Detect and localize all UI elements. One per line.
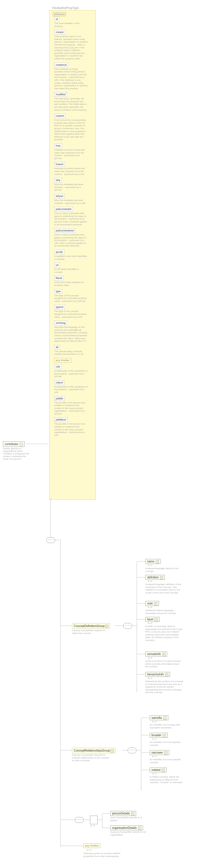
element-personDetails[interactable]: personDetails +	[110, 811, 136, 816]
multiplicity: 0..∞	[152, 738, 157, 740]
attr-desc: A URI which identifies a concept.	[54, 268, 87, 273]
root-element[interactable]: contributor −	[3, 441, 25, 447]
attr-desc: One or many constraints that apply to pu…	[54, 212, 87, 226]
attr-whyuri[interactable]: whyuri	[54, 194, 65, 198]
attr-desc: A free-text value assigned as property v…	[54, 281, 87, 286]
attr-desc: If the property value is not defined, sp…	[54, 35, 87, 60]
concept-relationships-group[interactable]: ConceptRelationshipsGroup+	[72, 748, 116, 753]
elem-desc: Additional natural language information …	[145, 609, 183, 615]
element-narrower[interactable]: narrower +	[150, 750, 169, 755]
choice-connector	[90, 815, 98, 824]
concept-definition-group[interactable]: ConceptDefinitionGroup+	[72, 623, 110, 629]
multiplicity: 0..∞	[91, 825, 95, 827]
element-hierarchyInfo[interactable]: hierarchyInfo +	[145, 672, 170, 677]
sequence-connector	[123, 623, 132, 629]
attr-desc: If set to true the corresponding propert…	[54, 119, 87, 141]
attr-howuri[interactable]: howuri	[54, 162, 65, 166]
elem-desc: A group of properties specific to an org…	[110, 831, 148, 836]
attr-id[interactable]: id	[54, 17, 59, 22]
multiplicity: 0..∞	[148, 622, 152, 624]
attr-roleuri[interactable]: roleuri	[54, 380, 65, 385]
attr-desc: The job title of the person who created …	[54, 423, 87, 436]
multiplicity: 0..∞	[152, 755, 157, 758]
elem-desc: An identifier of a concept with equivale…	[150, 723, 187, 729]
attr-jobtitleuri[interactable]: jobtitleuri	[54, 417, 68, 422]
type-container: idThe local identifier of the property.c…	[49, 10, 96, 500]
attr-desc: A qualified code which identifies a conc…	[54, 255, 87, 260]
element-broader[interactable]: broader +	[150, 733, 168, 738]
elem-desc: A natural language definition of the sem…	[145, 583, 183, 594]
sequence-connector	[128, 747, 136, 753]
crg-desc: A group of properties required to indica…	[72, 753, 110, 762]
cdg-desc: A group of properties required to define…	[72, 629, 110, 634]
multiplicity: 0..∞	[148, 564, 152, 566]
attr-desc: The job title of the person who created …	[54, 401, 87, 415]
attr-desc: If the attribute is empty, specifies whi…	[54, 68, 87, 90]
root-desc: A party (person or organisation) which m…	[3, 447, 32, 460]
attr-desc: The directionality of textual content (e…	[54, 350, 87, 355]
attr-xmllang[interactable]: xml:lang	[54, 320, 67, 325]
attr-desc: Indicates by which means the value was e…	[54, 149, 87, 160]
attr-pubconstrainturi[interactable]: pubconstrainturi	[54, 228, 76, 233]
attr-jobtitle[interactable]: jobtitle	[54, 396, 65, 401]
element-note[interactable]: note +	[145, 601, 159, 606]
element-related[interactable]: related +	[150, 768, 167, 772]
attr-uri[interactable]: uri	[54, 263, 60, 267]
attr-literal[interactable]: literal	[54, 276, 63, 280]
expand-icon[interactable]: −	[20, 443, 23, 446]
element-remoteInfo[interactable]: remoteInfo +	[145, 652, 167, 657]
attr-modified[interactable]: modified	[54, 92, 67, 97]
sequence-connector	[75, 817, 83, 823]
attr-desc: The local identifier of the property.	[54, 22, 87, 28]
attributes-label: attributes	[53, 12, 66, 16]
attr-desc: The type of the concept assigned as cont…	[54, 310, 87, 318]
elem-desc: An identifier of a more specific concept…	[150, 758, 187, 764]
multiplicity: 0..∞	[148, 606, 152, 609]
multiplicity: 0..∞	[87, 848, 92, 851]
expand-icon[interactable]: +	[110, 749, 114, 752]
element-definition[interactable]: definition +	[145, 575, 165, 580]
expand-icon[interactable]: +	[105, 625, 108, 628]
attr-desc: A refinement of the semantics of the pro…	[54, 385, 87, 394]
attr-desc: Why the metadata has been included - exp…	[54, 199, 87, 205]
other-desc: Extension point for provider-defined pro…	[83, 852, 121, 858]
root-label: contributor	[5, 442, 18, 446]
attr-desc: One or many constraints that apply to pu…	[54, 234, 87, 247]
type-title: FlexAuthorPropType	[52, 6, 79, 9]
attr-dir[interactable]: dir	[54, 345, 60, 349]
attr-desc: A refinement of the semantics of the pro…	[54, 370, 87, 378]
attr-pubconstraint[interactable]: pubconstraint	[54, 207, 73, 211]
elem-desc: A natural language name for the concept.	[145, 567, 183, 572]
attr-how[interactable]: how	[54, 143, 62, 148]
elem-desc: An identifier of a more generic concept.	[150, 741, 187, 746]
element-organisationDetails[interactable]: organisationDetails +	[110, 826, 143, 830]
attr-creatoruri[interactable]: creatoruri	[54, 63, 68, 67]
multiplicity: 0..∞	[152, 720, 157, 723]
attr-role[interactable]: role	[54, 364, 61, 369]
attr-qcode[interactable]: qcode	[54, 250, 65, 254]
attr-type[interactable]: type	[54, 289, 62, 294]
elem-desc: A set of properties specific to a person	[110, 816, 148, 822]
attr-desc: The type of the concept assigned as cont…	[54, 294, 87, 303]
element-name[interactable]: name +	[145, 559, 160, 564]
attr-anyother[interactable]: any ##other	[54, 358, 71, 363]
elem-desc: A related concept, where the relationshi…	[150, 776, 187, 784]
multiplicity: 0..∞	[148, 580, 152, 583]
any-other-element[interactable]: any ##other	[83, 843, 100, 848]
sequence-connector	[46, 537, 55, 543]
element-facet[interactable]: facet +	[145, 617, 160, 622]
multiplicity: 0..∞	[152, 772, 157, 775]
multiplicity: 0..∞	[148, 657, 152, 659]
elem-desc: Represents the position of a concept in …	[145, 680, 183, 694]
attr-desc: Why the metadata has been included - exp…	[54, 183, 87, 191]
attr-creator[interactable]: creator	[54, 30, 65, 34]
elem-desc: A link to an item or a web resource whic…	[145, 660, 183, 668]
attr-typeuri[interactable]: typeuri	[54, 305, 65, 309]
attr-why[interactable]: why	[54, 178, 62, 183]
attr-desc: Indicates by which means the value was e…	[54, 167, 87, 176]
attr-desc: Specifies the language of this property …	[54, 326, 87, 343]
attr-custom[interactable]: custom	[54, 114, 66, 118]
elem-desc: In NAR 1.8 and later, facet is deprecate…	[145, 625, 183, 642]
element-sameAs[interactable]: sameAs +	[150, 715, 168, 720]
attr-desc: The date (and, optionally, the time) whe…	[54, 97, 87, 111]
